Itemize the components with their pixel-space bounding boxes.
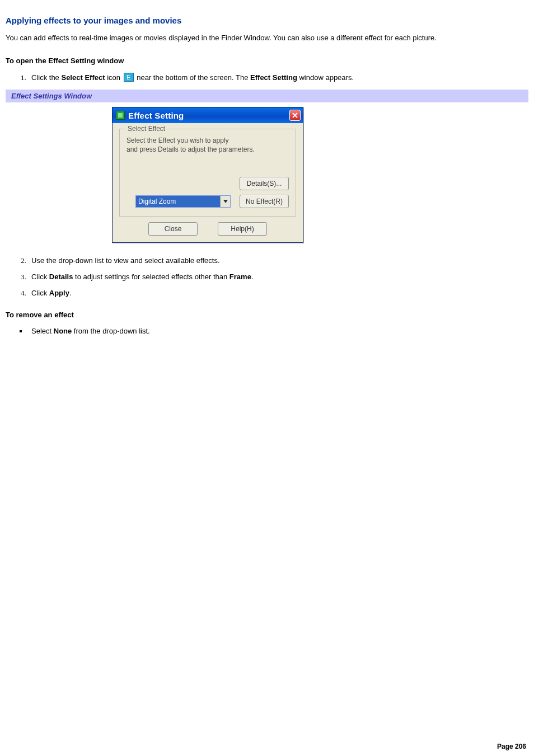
remove-bullets: Select None from the drop-down list. bbox=[6, 327, 528, 335]
select-effect-group: Select Effect Select the Effect you wish… bbox=[119, 129, 296, 216]
remove-bullet-1: Select None from the drop-down list. bbox=[28, 327, 528, 335]
dialog-titlebar[interactable]: Effect Setting bbox=[113, 107, 303, 123]
svg-marker-2 bbox=[223, 200, 228, 203]
step-1-mid: icon bbox=[105, 73, 123, 82]
select-effect-icon bbox=[124, 73, 134, 82]
step-1-bold1: Select Effect bbox=[61, 73, 105, 82]
help-button[interactable]: Help(H) bbox=[218, 222, 267, 236]
figure-caption: Effect Settings Window bbox=[6, 90, 528, 102]
step-1-suffix: window appears. bbox=[297, 73, 354, 82]
close-icon[interactable] bbox=[289, 110, 301, 121]
dialog-title: Effect Setting bbox=[128, 111, 184, 120]
page-number: Page 206 bbox=[497, 743, 526, 750]
step-1: Click the Select Effect icon near the bo… bbox=[28, 73, 528, 82]
step-1-prefix: Click the bbox=[31, 73, 61, 82]
no-effect-button[interactable]: No Effect(R) bbox=[240, 195, 289, 208]
step-2: Use the drop-down list to view and selec… bbox=[28, 256, 528, 265]
step-3: Click Details to adjust settings for sel… bbox=[28, 273, 528, 281]
page-title: Applying effects to your images and movi… bbox=[6, 16, 528, 25]
close-button[interactable]: Close bbox=[148, 222, 198, 236]
subhead-open: To open the Effect Setting window bbox=[6, 57, 528, 65]
steps-continued: Use the drop-down list to view and selec… bbox=[6, 256, 528, 297]
effect-dropdown-selected: Digital Zoom bbox=[136, 196, 220, 207]
details-button[interactable]: Details(S)... bbox=[240, 177, 289, 190]
group-legend: Select Effect bbox=[125, 125, 167, 133]
chevron-down-icon[interactable] bbox=[220, 196, 230, 207]
effect-setting-dialog: Effect Setting Select Effect Select the … bbox=[112, 107, 303, 242]
steps-open: Click the Select Effect icon near the bo… bbox=[6, 73, 528, 82]
dialog-app-icon bbox=[116, 111, 125, 120]
step-1-bold2: Effect Setting bbox=[250, 73, 297, 82]
intro-paragraph: You can add effects to real-time images … bbox=[6, 33, 528, 43]
group-hint: Select the Effect you wish to apply and … bbox=[127, 136, 289, 154]
subhead-remove: To remove an effect bbox=[6, 311, 528, 319]
step-1-after-icon: near the bottom of the screen. The bbox=[135, 73, 250, 82]
effect-dropdown[interactable]: Digital Zoom bbox=[135, 195, 231, 208]
step-4: Click Apply. bbox=[28, 289, 528, 297]
